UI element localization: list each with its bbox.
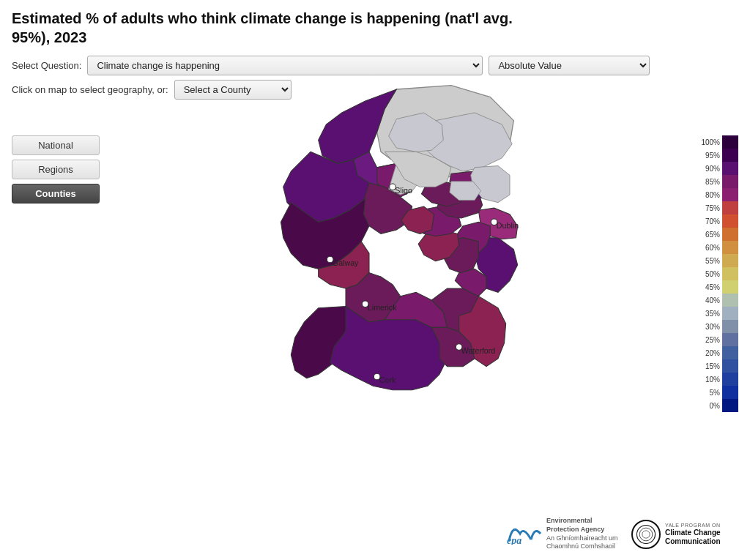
epa-icon: epa xyxy=(505,519,542,550)
legend-item: 80% xyxy=(697,188,738,201)
svg-point-3 xyxy=(642,530,650,537)
epa-subtitle: An Ghníomhaireacht um Chaomhnú Comhshaoi… xyxy=(546,534,620,551)
legend-label: 0% xyxy=(697,402,720,410)
legend-label: 75% xyxy=(697,204,720,212)
legend-color-swatch xyxy=(722,267,738,280)
cork-label: Cork xyxy=(379,376,396,384)
legend-label: 95% xyxy=(697,152,720,160)
legend-color-swatch xyxy=(722,280,738,294)
yale-program-label: YALE PROGRAM ON xyxy=(665,522,738,529)
legend-item: 100% xyxy=(697,135,738,149)
legend-label: 70% xyxy=(697,217,720,225)
legend-label: 5% xyxy=(697,389,720,397)
legend-item: 40% xyxy=(697,294,738,307)
legend-item: 0% xyxy=(697,399,738,412)
legend-item: 65% xyxy=(697,228,738,241)
legend-color-swatch xyxy=(722,346,738,359)
yale-circle-icon xyxy=(631,520,661,549)
galway-label: Galway xyxy=(333,258,359,267)
legend-label: 40% xyxy=(697,296,720,305)
legend-label: 20% xyxy=(697,349,720,357)
epa-name: Environmental Protection Agency xyxy=(546,517,620,534)
legend-color-swatch xyxy=(722,162,738,175)
legend-color-swatch xyxy=(722,228,738,241)
legend-color-swatch xyxy=(722,373,738,386)
legend-color-swatch xyxy=(722,320,738,333)
legend-color-swatch xyxy=(722,307,738,320)
legend-item: 20% xyxy=(697,346,738,359)
legend-label: 45% xyxy=(697,283,720,291)
legend-label: 30% xyxy=(697,323,720,331)
counties-button[interactable]: Counties xyxy=(12,184,100,204)
legend-label: 50% xyxy=(697,270,720,278)
legend-color-swatch xyxy=(722,135,738,149)
legend-color-swatch xyxy=(722,149,738,162)
legend-label: 60% xyxy=(697,244,720,252)
legend-color-swatch xyxy=(722,254,738,267)
sligo-label: Sligo xyxy=(395,186,412,195)
legend-color-swatch xyxy=(722,399,738,412)
legend-item: 25% xyxy=(697,333,738,346)
svg-text:epa: epa xyxy=(507,535,521,545)
question-label: Select Question: xyxy=(12,60,81,71)
regions-button[interactable]: Regions xyxy=(12,160,100,179)
legend-label: 35% xyxy=(697,310,720,318)
limerick-label: Limerick xyxy=(368,303,397,312)
legend-item: 15% xyxy=(697,359,738,373)
legend-label: 15% xyxy=(697,362,720,370)
legend-item: 75% xyxy=(697,201,738,214)
legend-color-swatch xyxy=(722,188,738,201)
legend-item: 10% xyxy=(697,373,738,386)
legend-color-swatch xyxy=(722,201,738,214)
page-title: Estimated % of adults who think climate … xyxy=(12,9,524,47)
legend-label: 10% xyxy=(697,376,720,384)
legend-item: 35% xyxy=(697,307,738,320)
legend: 100% 95% 90% 85% 80% 75% 70% 65% 60% 5 xyxy=(697,135,738,412)
legend-color-swatch xyxy=(722,294,738,307)
legend-item: 45% xyxy=(697,280,738,294)
legend-item: 85% xyxy=(697,175,738,188)
national-button[interactable]: National xyxy=(12,135,100,155)
waterford-label: Waterford xyxy=(461,346,495,355)
legend-color-swatch xyxy=(722,359,738,373)
ireland-map-svg[interactable]: Sligo Galway Limerick Cork Waterford Dub… xyxy=(117,66,645,534)
legend-label: 25% xyxy=(697,336,720,344)
legend-label: 55% xyxy=(697,257,720,265)
legend-item: 90% xyxy=(697,162,738,175)
legend-item: 95% xyxy=(697,149,738,162)
legend-label: 100% xyxy=(697,138,720,146)
legend-label: 80% xyxy=(697,191,720,199)
legend-color-swatch xyxy=(722,175,738,188)
geography-buttons: National Regions Counties xyxy=(12,135,100,204)
legend-color-swatch xyxy=(722,241,738,254)
legend-item: 55% xyxy=(697,254,738,267)
yale-logo: YALE PROGRAM ON Climate Change Communica… xyxy=(631,520,738,549)
ireland-map-container[interactable]: Sligo Galway Limerick Cork Waterford Dub… xyxy=(117,66,645,534)
legend-item: 70% xyxy=(697,214,738,228)
legend-label: 85% xyxy=(697,178,720,186)
epa-logo: epa Environmental Protection Agency An G… xyxy=(505,517,620,551)
legend-item: 60% xyxy=(697,241,738,254)
legend-color-swatch xyxy=(722,386,738,399)
legend-item: 5% xyxy=(697,386,738,399)
dublin-label: Dublin xyxy=(497,221,519,230)
legend-item: 50% xyxy=(697,267,738,280)
yale-main-label: Climate Change Communication xyxy=(665,529,738,546)
legend-label: 65% xyxy=(697,231,720,239)
legend-label: 90% xyxy=(697,165,720,173)
legend-item: 30% xyxy=(697,320,738,333)
footer: epa Environmental Protection Agency An G… xyxy=(505,517,738,551)
svg-point-2 xyxy=(639,528,653,541)
legend-color-swatch xyxy=(722,214,738,228)
legend-color-swatch xyxy=(722,333,738,346)
